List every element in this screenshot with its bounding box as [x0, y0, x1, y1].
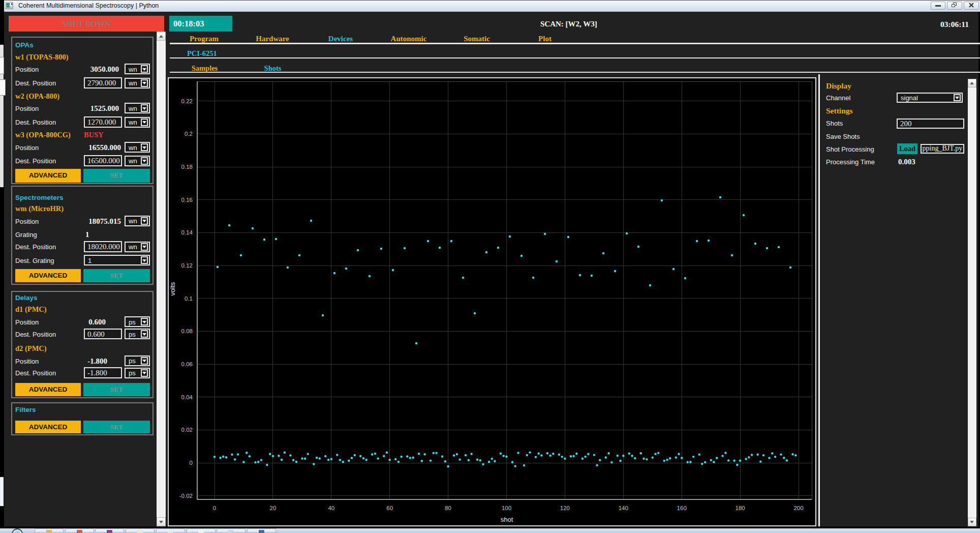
- svg-text:0.22: 0.22: [181, 98, 193, 104]
- svg-text:0.08: 0.08: [181, 328, 193, 334]
- svg-text:volts: volts: [169, 282, 176, 295]
- svg-text:80: 80: [445, 505, 451, 511]
- svg-text:-0.02: -0.02: [179, 493, 193, 499]
- svg-text:100: 100: [502, 505, 511, 511]
- svg-text:0.06: 0.06: [181, 361, 193, 367]
- svg-text:20: 20: [270, 505, 277, 511]
- svg-text:0: 0: [213, 505, 216, 511]
- svg-text:120: 120: [560, 505, 570, 511]
- svg-text:0.02: 0.02: [181, 427, 193, 433]
- svg-text:0.04: 0.04: [181, 394, 193, 400]
- svg-text:0.18: 0.18: [181, 164, 193, 170]
- svg-text:0.14: 0.14: [181, 229, 193, 235]
- svg-text:200: 200: [793, 505, 803, 511]
- svg-text:60: 60: [386, 505, 393, 511]
- svg-text:shot: shot: [501, 516, 513, 523]
- svg-text:180: 180: [736, 505, 745, 511]
- svg-text:0.12: 0.12: [181, 262, 193, 269]
- svg-text:160: 160: [677, 505, 687, 511]
- svg-text:40: 40: [328, 505, 334, 511]
- svg-text:140: 140: [619, 505, 628, 511]
- svg-text:0: 0: [190, 460, 193, 466]
- svg-text:0.1: 0.1: [185, 295, 193, 302]
- svg-text:0.2: 0.2: [185, 131, 193, 137]
- svg-text:0.16: 0.16: [181, 197, 193, 203]
